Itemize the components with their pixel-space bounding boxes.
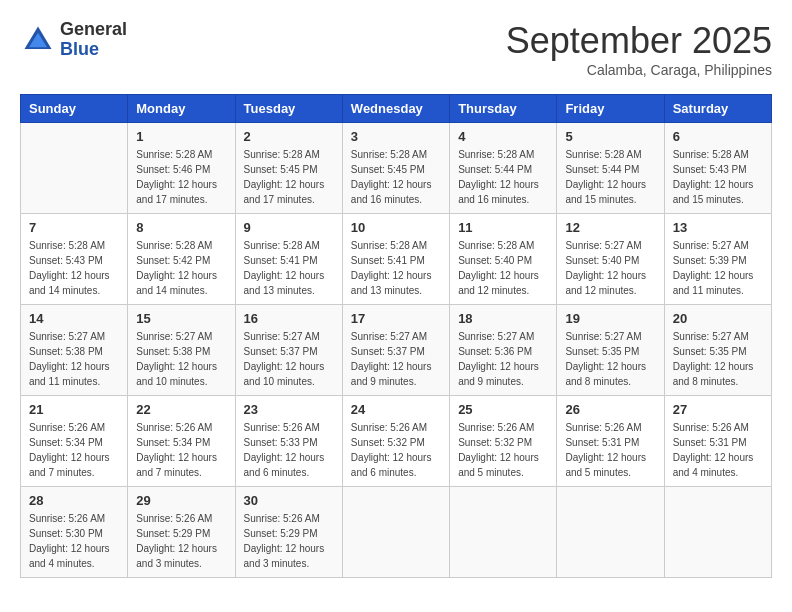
- calendar-cell: 20Sunrise: 5:27 AM Sunset: 5:35 PM Dayli…: [664, 305, 771, 396]
- day-info: Sunrise: 5:27 AM Sunset: 5:36 PM Dayligh…: [458, 329, 548, 389]
- calendar-cell: 23Sunrise: 5:26 AM Sunset: 5:33 PM Dayli…: [235, 396, 342, 487]
- calendar-week-row: 21Sunrise: 5:26 AM Sunset: 5:34 PM Dayli…: [21, 396, 772, 487]
- logo-text: General Blue: [60, 20, 127, 60]
- calendar-cell: 28Sunrise: 5:26 AM Sunset: 5:30 PM Dayli…: [21, 487, 128, 578]
- calendar-cell: 12Sunrise: 5:27 AM Sunset: 5:40 PM Dayli…: [557, 214, 664, 305]
- day-number: 19: [565, 311, 655, 326]
- day-number: 27: [673, 402, 763, 417]
- calendar-cell: 27Sunrise: 5:26 AM Sunset: 5:31 PM Dayli…: [664, 396, 771, 487]
- day-info: Sunrise: 5:26 AM Sunset: 5:30 PM Dayligh…: [29, 511, 119, 571]
- day-info: Sunrise: 5:26 AM Sunset: 5:31 PM Dayligh…: [565, 420, 655, 480]
- day-number: 16: [244, 311, 334, 326]
- logo-general: General: [60, 20, 127, 40]
- day-number: 2: [244, 129, 334, 144]
- calendar-cell: 9Sunrise: 5:28 AM Sunset: 5:41 PM Daylig…: [235, 214, 342, 305]
- day-number: 17: [351, 311, 441, 326]
- day-info: Sunrise: 5:28 AM Sunset: 5:43 PM Dayligh…: [673, 147, 763, 207]
- day-number: 21: [29, 402, 119, 417]
- day-number: 3: [351, 129, 441, 144]
- calendar-cell: 6Sunrise: 5:28 AM Sunset: 5:43 PM Daylig…: [664, 123, 771, 214]
- day-number: 30: [244, 493, 334, 508]
- day-number: 15: [136, 311, 226, 326]
- column-header-friday: Friday: [557, 95, 664, 123]
- calendar-cell: [21, 123, 128, 214]
- day-info: Sunrise: 5:28 AM Sunset: 5:45 PM Dayligh…: [244, 147, 334, 207]
- day-number: 18: [458, 311, 548, 326]
- title-area: September 2025 Calamba, Caraga, Philippi…: [506, 20, 772, 78]
- day-number: 20: [673, 311, 763, 326]
- calendar-cell: 16Sunrise: 5:27 AM Sunset: 5:37 PM Dayli…: [235, 305, 342, 396]
- day-number: 23: [244, 402, 334, 417]
- calendar-cell: 10Sunrise: 5:28 AM Sunset: 5:41 PM Dayli…: [342, 214, 449, 305]
- day-number: 5: [565, 129, 655, 144]
- day-info: Sunrise: 5:28 AM Sunset: 5:45 PM Dayligh…: [351, 147, 441, 207]
- day-info: Sunrise: 5:27 AM Sunset: 5:37 PM Dayligh…: [244, 329, 334, 389]
- day-number: 8: [136, 220, 226, 235]
- calendar-week-row: 7Sunrise: 5:28 AM Sunset: 5:43 PM Daylig…: [21, 214, 772, 305]
- day-info: Sunrise: 5:27 AM Sunset: 5:40 PM Dayligh…: [565, 238, 655, 298]
- column-header-saturday: Saturday: [664, 95, 771, 123]
- column-header-wednesday: Wednesday: [342, 95, 449, 123]
- calendar-week-row: 14Sunrise: 5:27 AM Sunset: 5:38 PM Dayli…: [21, 305, 772, 396]
- page-header: General Blue September 2025 Calamba, Car…: [20, 20, 772, 78]
- calendar-cell: 11Sunrise: 5:28 AM Sunset: 5:40 PM Dayli…: [450, 214, 557, 305]
- day-info: Sunrise: 5:28 AM Sunset: 5:41 PM Dayligh…: [244, 238, 334, 298]
- day-number: 6: [673, 129, 763, 144]
- day-info: Sunrise: 5:28 AM Sunset: 5:44 PM Dayligh…: [565, 147, 655, 207]
- calendar-cell: [450, 487, 557, 578]
- calendar-cell: 25Sunrise: 5:26 AM Sunset: 5:32 PM Dayli…: [450, 396, 557, 487]
- day-number: 28: [29, 493, 119, 508]
- day-info: Sunrise: 5:26 AM Sunset: 5:32 PM Dayligh…: [458, 420, 548, 480]
- day-info: Sunrise: 5:28 AM Sunset: 5:43 PM Dayligh…: [29, 238, 119, 298]
- calendar-cell: 22Sunrise: 5:26 AM Sunset: 5:34 PM Dayli…: [128, 396, 235, 487]
- day-number: 7: [29, 220, 119, 235]
- day-number: 11: [458, 220, 548, 235]
- day-info: Sunrise: 5:26 AM Sunset: 5:34 PM Dayligh…: [29, 420, 119, 480]
- day-info: Sunrise: 5:28 AM Sunset: 5:44 PM Dayligh…: [458, 147, 548, 207]
- day-number: 12: [565, 220, 655, 235]
- day-number: 26: [565, 402, 655, 417]
- day-info: Sunrise: 5:28 AM Sunset: 5:40 PM Dayligh…: [458, 238, 548, 298]
- day-info: Sunrise: 5:27 AM Sunset: 5:35 PM Dayligh…: [673, 329, 763, 389]
- day-info: Sunrise: 5:26 AM Sunset: 5:32 PM Dayligh…: [351, 420, 441, 480]
- month-title: September 2025: [506, 20, 772, 62]
- calendar-cell: 30Sunrise: 5:26 AM Sunset: 5:29 PM Dayli…: [235, 487, 342, 578]
- location-title: Calamba, Caraga, Philippines: [506, 62, 772, 78]
- calendar-cell: [557, 487, 664, 578]
- day-info: Sunrise: 5:27 AM Sunset: 5:37 PM Dayligh…: [351, 329, 441, 389]
- calendar-cell: 26Sunrise: 5:26 AM Sunset: 5:31 PM Dayli…: [557, 396, 664, 487]
- calendar-cell: 13Sunrise: 5:27 AM Sunset: 5:39 PM Dayli…: [664, 214, 771, 305]
- day-number: 4: [458, 129, 548, 144]
- day-info: Sunrise: 5:26 AM Sunset: 5:29 PM Dayligh…: [136, 511, 226, 571]
- calendar-cell: 14Sunrise: 5:27 AM Sunset: 5:38 PM Dayli…: [21, 305, 128, 396]
- column-header-sunday: Sunday: [21, 95, 128, 123]
- day-info: Sunrise: 5:26 AM Sunset: 5:31 PM Dayligh…: [673, 420, 763, 480]
- calendar-cell: 21Sunrise: 5:26 AM Sunset: 5:34 PM Dayli…: [21, 396, 128, 487]
- day-info: Sunrise: 5:27 AM Sunset: 5:38 PM Dayligh…: [136, 329, 226, 389]
- logo: General Blue: [20, 20, 127, 60]
- calendar-cell: 5Sunrise: 5:28 AM Sunset: 5:44 PM Daylig…: [557, 123, 664, 214]
- day-number: 13: [673, 220, 763, 235]
- day-number: 9: [244, 220, 334, 235]
- day-info: Sunrise: 5:26 AM Sunset: 5:34 PM Dayligh…: [136, 420, 226, 480]
- day-info: Sunrise: 5:28 AM Sunset: 5:46 PM Dayligh…: [136, 147, 226, 207]
- calendar-cell: 19Sunrise: 5:27 AM Sunset: 5:35 PM Dayli…: [557, 305, 664, 396]
- day-number: 1: [136, 129, 226, 144]
- day-number: 22: [136, 402, 226, 417]
- day-info: Sunrise: 5:26 AM Sunset: 5:33 PM Dayligh…: [244, 420, 334, 480]
- logo-blue: Blue: [60, 40, 127, 60]
- calendar-header-row: SundayMondayTuesdayWednesdayThursdayFrid…: [21, 95, 772, 123]
- calendar-table: SundayMondayTuesdayWednesdayThursdayFrid…: [20, 94, 772, 578]
- day-info: Sunrise: 5:27 AM Sunset: 5:35 PM Dayligh…: [565, 329, 655, 389]
- day-number: 29: [136, 493, 226, 508]
- day-number: 24: [351, 402, 441, 417]
- calendar-cell: 24Sunrise: 5:26 AM Sunset: 5:32 PM Dayli…: [342, 396, 449, 487]
- logo-icon: [20, 22, 56, 58]
- calendar-cell: 2Sunrise: 5:28 AM Sunset: 5:45 PM Daylig…: [235, 123, 342, 214]
- day-info: Sunrise: 5:26 AM Sunset: 5:29 PM Dayligh…: [244, 511, 334, 571]
- calendar-cell: 15Sunrise: 5:27 AM Sunset: 5:38 PM Dayli…: [128, 305, 235, 396]
- column-header-thursday: Thursday: [450, 95, 557, 123]
- column-header-tuesday: Tuesday: [235, 95, 342, 123]
- calendar-cell: 3Sunrise: 5:28 AM Sunset: 5:45 PM Daylig…: [342, 123, 449, 214]
- column-header-monday: Monday: [128, 95, 235, 123]
